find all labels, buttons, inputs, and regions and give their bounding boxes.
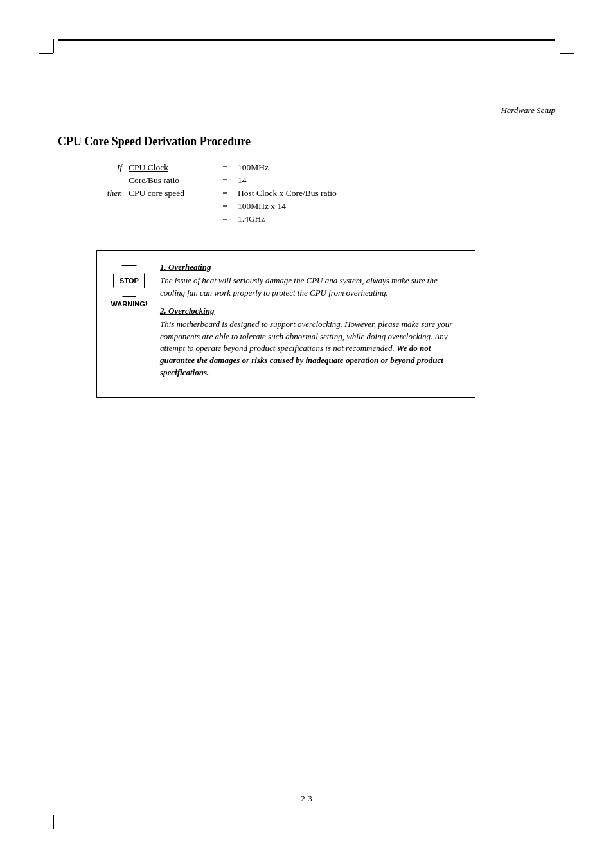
- deriv-row-2: Core/Bus ratio = 14: [96, 175, 555, 186]
- derivation-table: If CPU Clock = 100MHz Core/Bus ratio = 1…: [96, 163, 555, 224]
- main-content: CPU Core Speed Derivation Procedure If C…: [58, 135, 555, 398]
- stop-sign-icon: STOP: [113, 265, 145, 297]
- tick-tr-v: [560, 39, 561, 53]
- deriv-row-3: then CPU core speed = Host Clock x Core/…: [96, 188, 555, 199]
- tick-tr-h: [560, 53, 574, 54]
- core-bus-ratio-text: Core/Bus ratio: [286, 188, 337, 198]
- deriv-term-1: CPU Clock: [129, 163, 212, 173]
- overheating-heading: 1. Overheating: [160, 262, 462, 272]
- warning-label: WARNING!: [111, 300, 148, 308]
- warning-icon-area: STOP WARNING!: [110, 262, 148, 385]
- warning-content: 1. Overheating The issue of heat will se…: [160, 262, 462, 385]
- tick-bl-v: [53, 815, 54, 829]
- tick-br-v: [560, 815, 561, 829]
- deriv-row-4: = 100MHz x 14: [96, 201, 555, 211]
- deriv-label-3: then: [96, 188, 129, 199]
- deriv-x-separator: x: [280, 188, 286, 198]
- tick-tl-h: [39, 53, 53, 54]
- overclocking-heading: 2. Overclocking: [160, 306, 462, 316]
- deriv-label-1: If: [96, 163, 129, 173]
- section-title: CPU Core Speed Derivation Procedure: [58, 135, 555, 148]
- warning-box: STOP WARNING! 1. Overheating The issue o…: [96, 250, 475, 398]
- deriv-eq-5: =: [212, 214, 238, 224]
- header-title: Hardware Setup: [501, 105, 555, 116]
- corner-mark-br: [58, 40, 555, 41]
- overclocking-bold-text: We do not guarantee the damages or risks…: [160, 343, 443, 377]
- page: Hardware Setup CPU Core Speed Derivation…: [0, 0, 613, 868]
- stop-sign-text: STOP: [120, 277, 139, 285]
- deriv-row-1: If CPU Clock = 100MHz: [96, 163, 555, 173]
- tick-br-h: [560, 815, 574, 816]
- deriv-term-2: Core/Bus ratio: [129, 175, 212, 186]
- deriv-value-3: Host Clock x Core/Bus ratio: [238, 188, 555, 199]
- overheating-text: The issue of heat will seriously damage …: [160, 275, 462, 299]
- deriv-value-1: 100MHz: [238, 163, 555, 173]
- host-clock-text: Host Clock: [238, 188, 277, 198]
- deriv-row-5: = 1.4GHz: [96, 214, 555, 224]
- deriv-value-4: 100MHz x 14: [238, 201, 555, 211]
- deriv-term-3: CPU core speed: [129, 188, 212, 199]
- deriv-value-5: 1.4GHz: [238, 214, 555, 224]
- tick-bl-h: [39, 815, 53, 816]
- deriv-eq-1: =: [212, 163, 238, 173]
- deriv-eq-3: =: [212, 188, 238, 199]
- deriv-eq-2: =: [212, 175, 238, 186]
- deriv-eq-4: =: [212, 201, 238, 211]
- page-number: 2-3: [301, 793, 312, 804]
- header: Hardware Setup: [58, 105, 555, 116]
- deriv-value-2: 14: [238, 175, 555, 186]
- tick-tl-v: [53, 39, 54, 53]
- overclocking-text: This motherboard is designed to support …: [160, 319, 462, 379]
